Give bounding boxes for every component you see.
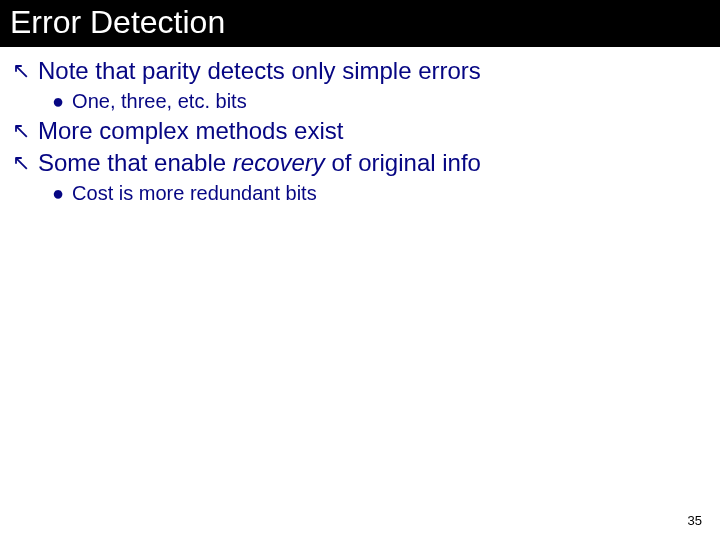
- bullet-item: ↖ Some that enable recovery of original …: [12, 149, 708, 177]
- slide-title: Error Detection: [10, 4, 225, 40]
- dot-bullet-icon: ●: [52, 89, 64, 113]
- arrow-bullet-icon: ↖: [12, 117, 30, 145]
- bullet-sub-text: One, three, etc. bits: [72, 89, 247, 113]
- bullet-sub-item: ● One, three, etc. bits: [52, 89, 708, 113]
- bullet-sub-text: Cost is more redundant bits: [72, 181, 317, 205]
- bullet-text: More complex methods exist: [38, 117, 343, 145]
- bullet-text-post: of original info: [325, 149, 481, 176]
- page-number: 35: [688, 513, 702, 528]
- arrow-bullet-icon: ↖: [12, 57, 30, 85]
- bullet-text-pre: Some that enable: [38, 149, 233, 176]
- bullet-item: ↖ More complex methods exist: [12, 117, 708, 145]
- bullet-item: ↖ Note that parity detects only simple e…: [12, 57, 708, 85]
- bullet-text: Note that parity detects only simple err…: [38, 57, 481, 85]
- dot-bullet-icon: ●: [52, 181, 64, 205]
- slide-title-bar: Error Detection: [0, 0, 720, 47]
- arrow-bullet-icon: ↖: [12, 149, 30, 177]
- bullet-text-emphasis: recovery: [233, 149, 325, 176]
- slide-content: ↖ Note that parity detects only simple e…: [0, 47, 720, 205]
- bullet-text: Some that enable recovery of original in…: [38, 149, 481, 177]
- bullet-sub-item: ● Cost is more redundant bits: [52, 181, 708, 205]
